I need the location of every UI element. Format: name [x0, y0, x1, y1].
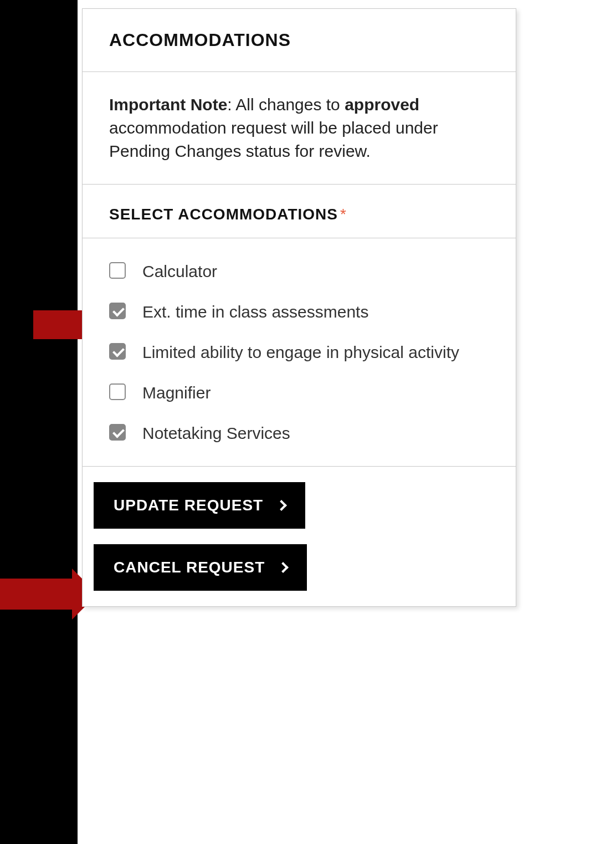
chevron-right-icon — [276, 500, 287, 511]
checkbox-label[interactable]: Ext. time in class assessments — [142, 301, 368, 323]
annotation-arrow-2 — [0, 579, 73, 610]
card-header: ACCOMMODATIONS — [83, 9, 516, 72]
card-title: ACCOMMODATIONS — [109, 30, 489, 50]
chevron-right-icon — [278, 562, 289, 573]
list-item: Calculator — [109, 260, 489, 282]
note-section: Important Note: All changes to approved … — [83, 72, 516, 185]
select-header-section: SELECT ACCOMMODATIONS* — [83, 185, 516, 238]
list-item: Ext. time in class assessments — [109, 301, 489, 323]
checkbox-calculator[interactable] — [109, 262, 126, 279]
checkbox-physical-activity[interactable] — [109, 343, 126, 360]
update-request-button[interactable]: UPDATE REQUEST — [94, 482, 305, 529]
checkbox-label[interactable]: Magnifier — [142, 382, 211, 403]
checkbox-label[interactable]: Calculator — [142, 260, 217, 282]
note-bold-prefix: Important Note — [109, 95, 227, 114]
button-label: UPDATE REQUEST — [114, 497, 263, 514]
cancel-request-button[interactable]: CANCEL REQUEST — [94, 544, 307, 591]
accommodations-card: ACCOMMODATIONS Important Note: All chang… — [82, 8, 516, 607]
note-bold-word: approved — [345, 95, 419, 114]
checkbox-label[interactable]: Limited ability to engage in physical ac… — [142, 341, 459, 363]
list-item: Magnifier — [109, 382, 489, 403]
checkbox-magnifier[interactable] — [109, 383, 126, 400]
important-note: Important Note: All changes to approved … — [109, 93, 489, 163]
button-area: UPDATE REQUEST CANCEL REQUEST — [83, 467, 516, 591]
checkbox-ext-time[interactable] — [109, 303, 126, 319]
button-label: CANCEL REQUEST — [114, 559, 265, 576]
required-asterisk: * — [340, 206, 346, 223]
list-item: Limited ability to engage in physical ac… — [109, 341, 489, 363]
note-text-2: accommodation request will be placed und… — [109, 119, 438, 160]
select-title: SELECT ACCOMMODATIONS — [109, 206, 338, 223]
left-black-bar — [0, 0, 78, 844]
checkbox-label[interactable]: Notetaking Services — [142, 422, 290, 444]
accommodations-checklist: Calculator Ext. time in class assessment… — [83, 238, 516, 467]
list-item: Notetaking Services — [109, 422, 489, 444]
note-text-1: : All changes to — [227, 95, 345, 114]
checkbox-notetaking[interactable] — [109, 424, 126, 441]
